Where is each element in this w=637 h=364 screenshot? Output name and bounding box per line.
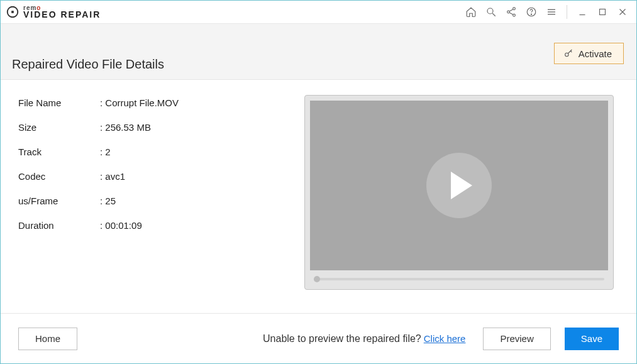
page-title: Repaired Video File Details xyxy=(12,57,164,72)
preview-button[interactable]: Preview xyxy=(483,328,550,350)
detail-label: File Name xyxy=(18,97,100,108)
close-button[interactable] xyxy=(614,3,631,21)
titlebar-divider xyxy=(567,5,567,19)
home-label: Home xyxy=(35,333,60,344)
svg-line-7 xyxy=(509,13,513,14)
menu-icon[interactable] xyxy=(543,3,560,21)
svg-point-9 xyxy=(531,14,531,14)
video-area[interactable] xyxy=(310,101,608,270)
play-button[interactable] xyxy=(426,153,492,218)
svg-point-3 xyxy=(513,8,516,10)
svg-point-4 xyxy=(507,11,510,13)
detail-row-size: Size : 256.53 MB xyxy=(18,122,304,133)
home-icon[interactable] xyxy=(462,3,480,21)
detail-value: : 00:01:09 xyxy=(100,220,142,231)
detail-label: Track xyxy=(18,146,100,157)
search-icon[interactable] xyxy=(482,3,500,21)
click-here-link[interactable]: Click here xyxy=(424,333,466,344)
detail-row-filename: File Name : Corrupt File.MOV xyxy=(18,97,304,108)
header-strip: Repaired Video File Details Activate xyxy=(1,23,636,80)
detail-value: : Corrupt File.MOV xyxy=(100,97,179,108)
video-progress-bar[interactable] xyxy=(314,278,604,280)
detail-label: Duration xyxy=(18,220,100,231)
detail-row-duration: Duration : 00:01:09 xyxy=(18,220,304,231)
minimize-button[interactable] xyxy=(573,3,591,21)
play-icon xyxy=(451,172,472,199)
svg-line-6 xyxy=(509,9,513,11)
detail-label: us/Frame xyxy=(18,196,100,206)
content-area: File Name : Corrupt File.MOV Size : 256.… xyxy=(1,80,636,313)
preview-label: Preview xyxy=(500,333,533,344)
detail-value: : 25 xyxy=(100,196,116,206)
footer-message-area: Unable to preview the repaired file? Cli… xyxy=(263,333,465,345)
share-icon[interactable] xyxy=(502,3,520,21)
app-logo: remo VIDEO REPAIR xyxy=(6,5,101,19)
details-panel: File Name : Corrupt File.MOV Size : 256.… xyxy=(18,95,304,306)
activate-label: Activate xyxy=(579,48,612,59)
detail-value: : avc1 xyxy=(100,171,125,182)
help-icon[interactable] xyxy=(523,3,540,21)
activate-button[interactable]: Activate xyxy=(554,43,624,64)
svg-line-2 xyxy=(492,13,496,16)
detail-row-usframe: us/Frame : 25 xyxy=(18,196,304,206)
detail-row-codec: Codec : avc1 xyxy=(18,171,304,182)
maximize-button[interactable] xyxy=(594,3,611,21)
detail-row-track: Track : 2 xyxy=(18,146,304,157)
svg-rect-0 xyxy=(11,11,14,13)
titlebar: remo VIDEO REPAIR xyxy=(1,1,636,23)
key-icon xyxy=(563,48,573,58)
detail-label: Size xyxy=(18,122,100,133)
save-button[interactable]: Save xyxy=(565,328,619,350)
save-label: Save xyxy=(581,333,602,344)
footer: Home Unable to preview the repaired file… xyxy=(1,313,636,363)
detail-value: : 2 xyxy=(100,146,111,157)
detail-label: Codec xyxy=(18,171,100,182)
svg-point-5 xyxy=(513,14,516,16)
footer-message: Unable to preview the repaired file? xyxy=(263,333,421,345)
svg-point-17 xyxy=(565,53,568,56)
svg-line-19 xyxy=(570,51,572,52)
svg-rect-14 xyxy=(600,9,606,15)
detail-value: : 256.53 MB xyxy=(100,122,151,133)
svg-point-1 xyxy=(487,8,493,14)
video-preview-box xyxy=(304,95,614,290)
home-button[interactable]: Home xyxy=(18,328,77,350)
titlebar-icons xyxy=(462,3,631,21)
progress-thumb[interactable] xyxy=(314,276,320,282)
